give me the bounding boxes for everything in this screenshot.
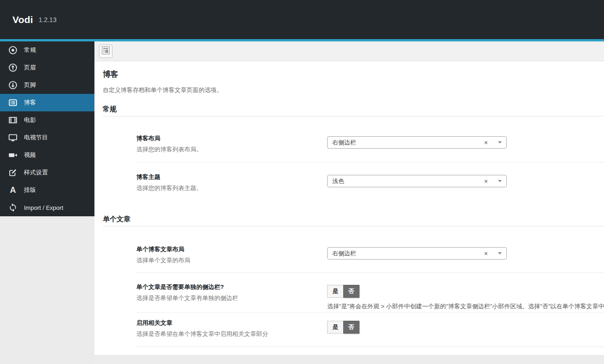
list-card-icon bbox=[8, 98, 18, 108]
arrow-up-circle-icon bbox=[8, 63, 18, 73]
select-value: 右侧边栏 bbox=[332, 139, 484, 147]
setting-note: 选择"是"将会在外观 > 小部件中创建一个新的"博客文章侧边栏"小部件区域。选择… bbox=[327, 302, 604, 310]
sidebar-item-footer[interactable]: 页脚 bbox=[0, 76, 94, 94]
setting-label: 博客主题 bbox=[136, 173, 327, 181]
setting-description: 选择您的博客列表布局。 bbox=[136, 146, 327, 153]
letter-a-icon: A bbox=[8, 185, 18, 195]
arrow-down-circle-icon bbox=[8, 80, 18, 90]
page-description: 自定义博客存档和单个博客文章页面的选项。 bbox=[103, 87, 604, 94]
caret-down-icon[interactable] bbox=[498, 141, 502, 144]
setting-row-blog-theme: 博客主题 选择您的博客列表主题。 浅色 × bbox=[136, 162, 604, 203]
sidebar-item-movies[interactable]: 电影 bbox=[0, 111, 94, 129]
page-title: 博客 bbox=[103, 70, 604, 79]
sidebar-item-blog[interactable]: 博客 bbox=[0, 94, 94, 111]
select-value: 右侧边栏 bbox=[332, 249, 484, 258]
monitor-icon bbox=[8, 133, 18, 143]
sidebar-item-label: 页脚 bbox=[24, 81, 36, 89]
setting-description: 选择是否希望在单个博客文章中启用相关文章部分 bbox=[136, 330, 327, 338]
sidebar-item-label: 电视节目 bbox=[24, 133, 48, 142]
setting-description: 选择是否希望单个文章有单独的侧边栏 bbox=[136, 295, 327, 302]
topbar: Vodi 1.2.13 bbox=[0, 0, 604, 39]
setting-label: 博客布局 bbox=[136, 135, 327, 142]
sidebar-item-label: 视频 bbox=[24, 151, 36, 159]
footer-strip bbox=[94, 355, 604, 364]
section-heading-general: 常规 bbox=[103, 105, 604, 116]
sidebar-item-label: Import / Export bbox=[24, 204, 63, 211]
layout-toggle-button[interactable] bbox=[99, 45, 112, 58]
sidebar-item-header[interactable]: 页眉 bbox=[0, 59, 94, 76]
film-icon bbox=[8, 115, 18, 125]
version-label: 1.2.13 bbox=[39, 16, 57, 23]
sidebar-item-import-export[interactable]: Import / Export bbox=[0, 199, 94, 216]
related-posts-toggle: 是 否 bbox=[327, 321, 359, 334]
sidebar-item-label: 常规 bbox=[24, 46, 36, 54]
clear-icon[interactable]: × bbox=[484, 139, 488, 146]
layout-icon bbox=[102, 46, 110, 56]
separate-sidebar-toggle: 是 否 bbox=[327, 285, 359, 298]
sidebar: 常规 页眉 页脚 bbox=[0, 41, 94, 364]
sidebar-item-label: 博客 bbox=[24, 98, 36, 107]
video-camera-icon bbox=[8, 150, 18, 160]
sidebar-item-label: 电影 bbox=[24, 116, 36, 124]
edit-icon bbox=[8, 168, 18, 178]
theme-options-panel: Vodi 1.2.13 常规 页眉 bbox=[0, 0, 604, 364]
toggle-yes-button[interactable]: 是 bbox=[327, 285, 343, 298]
toggle-yes-button[interactable]: 是 bbox=[327, 321, 343, 334]
blog-layout-select[interactable]: 右侧边栏 × bbox=[327, 136, 507, 149]
sidebar-item-general[interactable]: 常规 bbox=[0, 41, 94, 59]
sidebar-item-label: 排版 bbox=[24, 186, 36, 194]
section-heading-single-post: 单个文章 bbox=[103, 215, 604, 226]
blog-theme-select[interactable]: 浅色 × bbox=[327, 175, 507, 187]
sync-icon bbox=[8, 202, 18, 213]
setting-label: 单个博客文章布局 bbox=[136, 246, 327, 253]
sidebar-item-tv-shows[interactable]: 电视节目 bbox=[0, 129, 94, 146]
sidebar-item-label: 样式设置 bbox=[24, 168, 48, 177]
setting-description: 选择单个文章的布局 bbox=[136, 257, 327, 264]
caret-down-icon[interactable] bbox=[498, 180, 502, 182]
setting-row-separate-sidebar: 单个文章是否需要单独的侧边栏? 选择是否希望单个文章有单独的侧边栏 是 否 选择… bbox=[136, 273, 604, 312]
toggle-no-button[interactable]: 否 bbox=[343, 285, 359, 298]
sidebar-item-videos[interactable]: 视频 bbox=[0, 146, 94, 164]
clear-icon[interactable]: × bbox=[484, 250, 488, 257]
caret-down-icon[interactable] bbox=[498, 252, 502, 254]
setting-label: 启用相关文章 bbox=[136, 319, 327, 327]
sidebar-item-styling[interactable]: 样式设置 bbox=[0, 164, 94, 181]
sidebar-nav: 常规 页眉 页脚 bbox=[0, 41, 94, 216]
target-icon bbox=[8, 45, 18, 55]
setting-label: 单个文章是否需要单独的侧边栏? bbox=[136, 283, 327, 291]
setting-row-single-post-layout: 单个博客文章布局 选择单个文章的布局 右侧边栏 × bbox=[136, 226, 604, 273]
setting-row-related-posts: 启用相关文章 选择是否希望在单个博客文章中启用相关文章部分 是 否 bbox=[136, 312, 604, 347]
setting-description: 选择您的博客列表主题。 bbox=[136, 185, 327, 192]
toggle-no-button[interactable]: 否 bbox=[343, 321, 359, 334]
sidebar-item-label: 页眉 bbox=[24, 64, 36, 72]
settings-content: 博客 自定义博客存档和单个博客文章页面的选项。 常规 博客布局 选择您的博客列表… bbox=[94, 61, 604, 355]
setting-row-blog-layout: 博客布局 选择您的博客列表布局。 右侧边栏 × bbox=[136, 116, 604, 162]
brand-logo: Vodi bbox=[12, 14, 33, 25]
single-post-layout-select[interactable]: 右侧边栏 × bbox=[327, 247, 507, 260]
clear-icon[interactable]: × bbox=[484, 178, 488, 185]
options-toolbar bbox=[94, 41, 604, 61]
select-value: 浅色 bbox=[332, 177, 484, 185]
sidebar-item-typography[interactable]: A 排版 bbox=[0, 181, 94, 199]
